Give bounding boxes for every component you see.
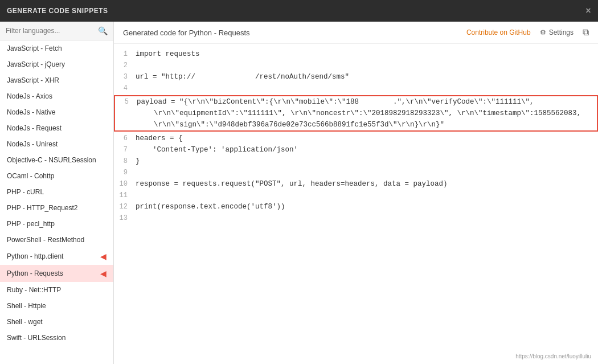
code-line: 6headers = { [114,133,598,144]
titlebar: GENERATE CODE SNIPPETS × [0,0,598,22]
sidebar-item[interactable]: Objective-C - NSURLSession [0,152,113,168]
sidebar-list: JavaScript - FetchJavaScript - jQueryJav… [0,40,113,364]
sidebar-item[interactable]: Swift - URLSession [0,330,113,346]
content-area: Generated code for Python - Requests Con… [114,22,598,364]
sidebar-item[interactable]: PHP - cURL [0,184,113,200]
line-content: \r\n\"equipmentId\":\"111111\", \r\n\"no… [137,108,581,119]
sidebar-item-label: NodeJs - Request [7,124,62,132]
settings-label: Settings [549,28,574,36]
code-line: \r\n\"sign\":\"d948debf396a76de02e73cc56… [115,119,597,130]
settings-button[interactable]: ⚙ Settings [540,28,574,36]
sidebar-item-label: Shell - wget [7,318,43,326]
sidebar-item[interactable]: Ruby - Net::HTTP [0,282,113,298]
sidebar-item[interactable]: NodeJs - Request [0,120,113,136]
sidebar-item-label: PHP - HTTP_Request2 [7,204,78,212]
main-layout: 🔍 JavaScript - FetchJavaScript - jQueryJ… [0,22,598,364]
sidebar-item[interactable]: JavaScript - XHR [0,72,113,88]
copy-button[interactable]: ⧉ [583,27,589,38]
search-input[interactable] [6,27,98,35]
code-line: 7 'Content-Type': 'application/json' [114,144,598,156]
sidebar-item[interactable]: Shell - wget [0,314,113,330]
sidebar-item-label: Python - Requests [7,269,63,277]
search-bar: 🔍 [0,22,113,40]
code-line: 5payload = "{\r\n\"bizContent\":{\r\n\"m… [115,96,597,108]
line-number: 7 [118,144,136,156]
code-line: 4 [114,83,598,94]
code-area: 1import requests23url = "http:// /rest/n… [114,44,598,364]
sidebar-item[interactable]: PHP - pecl_http [0,216,113,232]
line-number: 11 [118,190,136,201]
sidebar-item-label: Ruby - Net::HTTP [7,286,61,294]
code-line: \r\n\"equipmentId\":\"111111\", \r\n\"no… [115,108,597,119]
sidebar-item-label: NodeJs - Unirest [7,140,58,148]
code-line: 3url = "http:// /rest/noAuth/send/sms" [114,71,598,83]
line-number: 10 [118,178,136,190]
sidebar-item-label: PHP - pecl_http [7,220,55,228]
code-line: 9 [114,167,598,178]
line-number: 1 [118,48,136,60]
sidebar-item-label: JavaScript - XHR [7,76,59,84]
highlighted-code-block: 5payload = "{\r\n\"bizContent\":{\r\n\"m… [114,95,598,132]
sidebar-item[interactable]: JavaScript - jQuery [0,56,113,72]
line-content: payload = "{\r\n\"bizContent\":{\r\n\"mo… [137,96,534,108]
code-line: 2 [114,60,598,71]
line-number: 4 [118,83,136,94]
line-content: \r\n\"sign\":\"d948debf396a76de02e73cc56… [137,119,444,130]
code-line: 10response = requests.request("POST", ur… [114,178,598,190]
content-title: Generated code for Python - Requests [123,28,250,37]
line-content: response = requests.request("POST", url,… [136,178,448,190]
arrow-icon: ◀ [100,269,107,278]
code-line: 1import requests [114,48,598,60]
sidebar-item-label: JavaScript - Fetch [7,44,62,52]
line-number: 9 [118,167,136,178]
sidebar-item-label: Objective-C - NSURLSession [7,156,96,164]
sidebar-item[interactable]: PowerShell - RestMethod [0,232,113,248]
line-content: 'Content-Type': 'application/json' [136,144,298,156]
sidebar-item-label: PowerShell - RestMethod [7,236,84,244]
sidebar-item[interactable]: NodeJs - Native [0,104,113,120]
sidebar-item[interactable]: OCaml - Cohttp [0,168,113,184]
sidebar-item[interactable]: JavaScript - Fetch [0,40,113,56]
titlebar-title: GENERATE CODE SNIPPETS [7,7,108,15]
line-number: 6 [118,133,136,144]
sidebar-item-label: NodeJs - Axios [7,92,52,100]
code-line: 8} [114,156,598,167]
line-number: 12 [118,201,136,212]
line-content: url = "http:// /rest/noAuth/send/sms" [136,71,349,83]
sidebar-item-label: JavaScript - jQuery [7,60,65,68]
sidebar-item[interactable]: NodeJs - Axios [0,88,113,104]
sidebar: 🔍 JavaScript - FetchJavaScript - jQueryJ… [0,22,114,364]
sidebar-item-label: Shell - Httpie [7,302,46,310]
code-line: 13 [114,212,598,224]
code-line: 12print(response.text.encode('utf8')) [114,201,598,212]
line-number: 8 [118,156,136,167]
sidebar-item[interactable]: PHP - HTTP_Request2 [0,200,113,216]
line-content: import requests [136,48,200,60]
contribute-link[interactable]: Contribute on GitHub [466,28,531,36]
line-number: 3 [118,71,136,83]
line-number: 13 [118,212,136,224]
sidebar-item-label: NodeJs - Native [7,108,55,116]
header-actions: Contribute on GitHub ⚙ Settings ⧉ [466,27,589,38]
line-content: print(response.text.encode('utf8')) [136,201,285,212]
sidebar-item[interactable]: Shell - Httpie [0,298,113,314]
sidebar-item-label: Python - http.client [7,252,63,260]
line-content: headers = { [136,133,183,144]
line-number: 2 [118,60,136,71]
code-line: 11 [114,190,598,201]
search-icon: 🔍 [98,26,108,35]
watermark: https://blog.csdn.net/luoyilluliu [515,353,591,359]
content-header: Generated code for Python - Requests Con… [114,22,598,44]
line-number: 5 [120,96,137,108]
close-button[interactable]: × [585,6,591,16]
sidebar-item-label: PHP - cURL [7,188,44,196]
line-content: } [136,156,140,167]
sidebar-item[interactable]: NodeJs - Unirest [0,136,113,152]
sidebar-item[interactable]: Python - Requests◀ [0,265,113,282]
arrow-icon: ◀ [100,252,107,261]
settings-icon: ⚙ [540,28,546,36]
sidebar-item[interactable]: Python - http.client◀ [0,248,113,265]
sidebar-item-label: OCaml - Cohttp [7,172,54,180]
sidebar-item-label: Swift - URLSession [7,334,65,342]
